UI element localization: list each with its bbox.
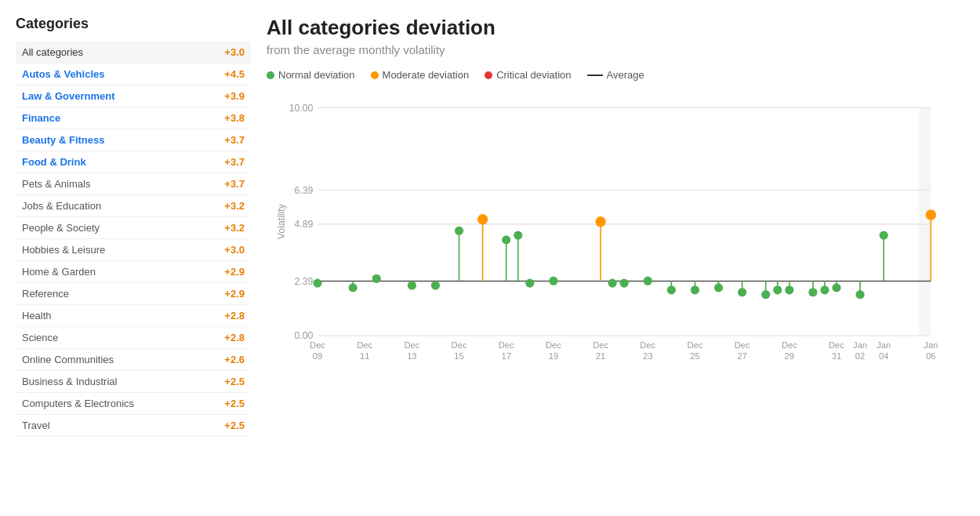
svg-point-92: [832, 283, 840, 292]
legend-label: Average: [607, 69, 644, 81]
category-name: Jobs & Education: [16, 195, 202, 217]
svg-text:Dec: Dec: [404, 340, 419, 350]
chart-subtitle: from the average monthly volatility: [267, 43, 964, 56]
category-name: Business & Industrial: [16, 371, 202, 393]
svg-text:19: 19: [549, 351, 558, 361]
category-name: Law & Government: [16, 85, 202, 107]
category-row[interactable]: Health+2.8: [16, 305, 251, 327]
svg-point-96: [880, 231, 888, 239]
category-row[interactable]: Finance+3.8: [16, 107, 251, 129]
category-name: Food & Drink: [16, 151, 202, 173]
svg-text:31: 31: [832, 351, 841, 361]
svg-text:06: 06: [926, 351, 935, 361]
chart-area: 0.002.394.896.3910.00VolatilityDec09Dec1…: [267, 90, 964, 388]
svg-text:Dec: Dec: [452, 340, 467, 350]
svg-point-62: [525, 279, 534, 288]
legend-item: Normal deviation: [267, 69, 355, 81]
category-row[interactable]: Autos & Vehicles+4.5: [16, 64, 251, 85]
svg-point-56: [477, 214, 488, 224]
legend-label: Normal deviation: [278, 69, 355, 81]
category-value: +2.5: [202, 371, 251, 393]
svg-point-86: [785, 285, 793, 294]
svg-point-44: [313, 279, 321, 288]
legend-dot-icon: [485, 71, 492, 79]
svg-point-48: [372, 274, 381, 283]
svg-text:13: 13: [407, 351, 416, 361]
legend-dot-icon: [267, 71, 274, 79]
category-row[interactable]: Home & Garden+2.9: [16, 261, 251, 283]
category-row[interactable]: Law & Government+3.9: [16, 85, 251, 107]
category-row[interactable]: Beauty & Fitness+3.7: [16, 129, 251, 151]
svg-text:Volatility: Volatility: [276, 203, 287, 239]
category-value: +3.0: [202, 239, 251, 261]
legend-dot-icon: [371, 71, 379, 79]
category-value: +3.7: [202, 129, 251, 151]
category-name: All categories: [16, 42, 202, 64]
svg-point-64: [549, 277, 557, 285]
category-value: +2.8: [202, 327, 251, 349]
category-value: +3.2: [202, 217, 251, 239]
svg-point-50: [408, 281, 416, 289]
svg-point-88: [808, 288, 817, 296]
svg-text:21: 21: [596, 351, 605, 361]
category-row[interactable]: Travel+2.5: [16, 415, 251, 437]
svg-text:Dec: Dec: [688, 340, 703, 350]
svg-text:Dec: Dec: [782, 340, 797, 350]
svg-point-78: [714, 283, 723, 292]
category-name: Home & Garden: [16, 261, 202, 283]
category-row[interactable]: People & Society+3.2: [16, 217, 251, 239]
legend-item: Average: [587, 69, 644, 81]
svg-text:29: 29: [785, 351, 794, 361]
category-value: +3.7: [202, 151, 251, 173]
category-row[interactable]: Hobbies & Leisure+3.0: [16, 239, 251, 261]
category-name: Science: [16, 327, 202, 349]
category-value: +2.8: [202, 305, 251, 327]
category-name: Autos & Vehicles: [16, 64, 202, 85]
svg-text:6.39: 6.39: [295, 185, 314, 196]
category-row[interactable]: Food & Drink+3.7: [16, 151, 251, 173]
main-content: All categories deviation from the averag…: [267, 16, 964, 437]
svg-text:27: 27: [737, 351, 746, 361]
svg-point-68: [608, 279, 617, 288]
category-value: +3.7: [202, 173, 251, 195]
svg-point-52: [431, 281, 440, 289]
svg-point-82: [761, 290, 770, 299]
category-row[interactable]: All categories+3.0: [16, 42, 251, 64]
svg-point-54: [455, 227, 463, 235]
svg-text:10.00: 10.00: [289, 103, 314, 114]
category-row[interactable]: Science+2.8: [16, 327, 251, 349]
category-row[interactable]: Pets & Animals+3.7: [16, 173, 251, 195]
category-name: Travel: [16, 415, 202, 437]
category-row[interactable]: Reference+2.9: [16, 283, 251, 305]
category-value: +3.8: [202, 107, 251, 129]
category-value: +2.9: [202, 283, 251, 305]
category-value: +4.5: [202, 64, 251, 85]
svg-point-58: [502, 235, 510, 244]
svg-text:17: 17: [502, 351, 511, 361]
svg-point-90: [820, 285, 829, 294]
svg-rect-0: [919, 107, 931, 336]
sidebar-title: Categories: [16, 16, 251, 32]
svg-point-74: [667, 285, 676, 294]
category-name: Online Communities: [16, 349, 202, 371]
svg-text:Dec: Dec: [640, 340, 655, 350]
svg-text:Jan: Jan: [877, 340, 891, 350]
svg-point-72: [644, 277, 652, 285]
category-row[interactable]: Computers & Electronics+2.5: [16, 393, 251, 415]
category-name: Hobbies & Leisure: [16, 239, 202, 261]
svg-point-46: [349, 283, 358, 292]
category-row[interactable]: Online Communities+2.6: [16, 349, 251, 371]
svg-text:Dec: Dec: [593, 340, 608, 350]
legend-label: Moderate deviation: [383, 69, 470, 81]
svg-text:2.39: 2.39: [295, 276, 314, 287]
category-row[interactable]: Jobs & Education+3.2: [16, 195, 251, 217]
svg-point-76: [691, 285, 699, 294]
category-name: Reference: [16, 283, 202, 305]
category-value: +2.5: [202, 415, 251, 437]
svg-text:Jan: Jan: [853, 340, 867, 350]
svg-text:23: 23: [643, 351, 652, 361]
chart-title: All categories deviation: [267, 16, 964, 40]
svg-text:Dec: Dec: [829, 340, 844, 350]
legend-item: Moderate deviation: [371, 69, 470, 81]
category-row[interactable]: Business & Industrial+2.5: [16, 371, 251, 393]
